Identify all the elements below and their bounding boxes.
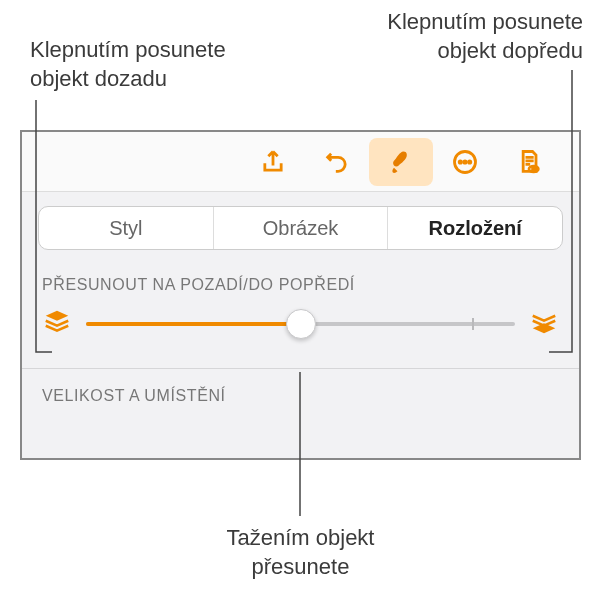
svg-point-5 bbox=[533, 167, 535, 169]
move-back-button[interactable] bbox=[42, 307, 72, 341]
callout-text: přesunete bbox=[252, 554, 350, 579]
share-icon bbox=[259, 148, 287, 176]
layer-slider[interactable] bbox=[86, 304, 515, 344]
document-button[interactable] bbox=[497, 138, 561, 186]
section-back-front-label: PŘESUNOUT NA POZADÍ/DO POPŘEDÍ bbox=[42, 276, 559, 294]
toolbar bbox=[22, 132, 579, 192]
tab-style[interactable]: Styl bbox=[39, 207, 213, 249]
callout-move-back: Klepnutím posunete objekt dozadu bbox=[30, 36, 226, 93]
format-panel: Styl Obrázek Rozložení PŘESUNOUT NA POZA… bbox=[20, 130, 581, 460]
callout-text: Klepnutím posunete bbox=[387, 9, 583, 34]
segmented-tabs: Styl Obrázek Rozložení bbox=[38, 206, 563, 250]
more-button[interactable] bbox=[433, 138, 497, 186]
slider-tick bbox=[472, 318, 474, 330]
tab-label: Obrázek bbox=[263, 217, 339, 240]
share-button[interactable] bbox=[241, 138, 305, 186]
callout-text: objekt dopředu bbox=[437, 38, 583, 63]
callout-move-front: Klepnutím posunete objekt dopředu bbox=[387, 8, 583, 65]
tab-label: Styl bbox=[109, 217, 142, 240]
layers-front-icon bbox=[529, 307, 559, 337]
layer-slider-row bbox=[42, 304, 559, 344]
callout-text: Klepnutím posunete bbox=[30, 37, 226, 62]
paintbrush-icon bbox=[387, 148, 415, 176]
section-size-position-label: VELIKOST A UMÍSTĚNÍ bbox=[42, 387, 559, 405]
callout-text: Tažením objekt bbox=[227, 525, 375, 550]
slider-track-fill bbox=[86, 322, 301, 326]
callout-drag: Tažením objekt přesunete bbox=[0, 524, 601, 581]
format-button[interactable] bbox=[369, 138, 433, 186]
document-eye-icon bbox=[515, 148, 543, 176]
layers-back-icon bbox=[42, 307, 72, 337]
move-front-button[interactable] bbox=[529, 307, 559, 341]
callout-text: objekt dozadu bbox=[30, 66, 167, 91]
more-icon bbox=[451, 148, 479, 176]
svg-point-3 bbox=[469, 160, 471, 162]
tab-layout[interactable]: Rozložení bbox=[387, 207, 562, 249]
tab-image[interactable]: Obrázek bbox=[213, 207, 388, 249]
undo-icon bbox=[323, 148, 351, 176]
svg-point-2 bbox=[464, 160, 466, 162]
svg-point-1 bbox=[459, 160, 461, 162]
tab-label: Rozložení bbox=[429, 217, 522, 240]
undo-button[interactable] bbox=[305, 138, 369, 186]
slider-thumb[interactable] bbox=[286, 309, 316, 339]
